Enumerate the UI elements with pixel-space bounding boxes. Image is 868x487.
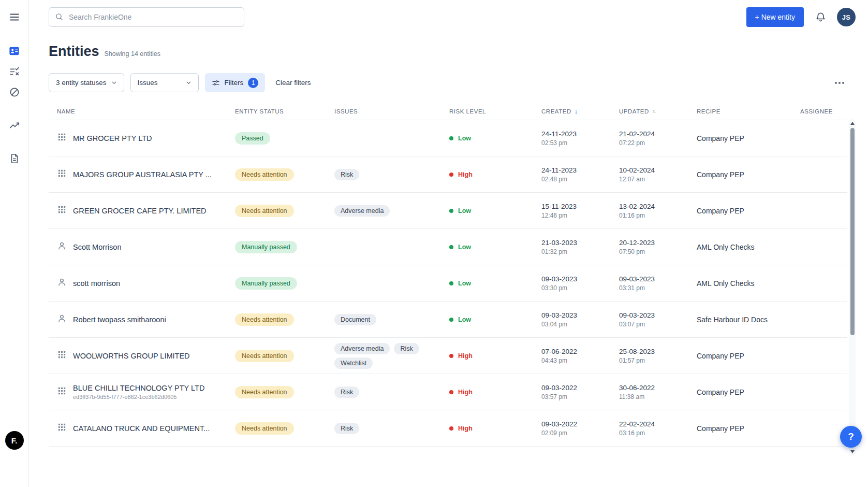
updated-time: 01:16 pm (619, 212, 682, 219)
column-header-name[interactable]: NAME (49, 108, 227, 114)
table-scrollbar[interactable] (849, 119, 856, 456)
entity-statuses-dropdown[interactable]: 3 entity statuses (49, 73, 124, 92)
updated-time: 07:50 pm (619, 248, 682, 255)
recipe-cell: Company PEP (688, 388, 792, 396)
search-input[interactable] (49, 7, 244, 27)
updated-cell: 22-02-2024 03:16 pm (611, 420, 688, 437)
filters-button[interactable]: Filters 1 (205, 73, 266, 92)
company-icon (57, 132, 67, 144)
page-head: Entities Showing 14 entities (49, 44, 847, 60)
created-time: 02:09 pm (541, 429, 605, 437)
column-label: RISK LEVEL (449, 108, 486, 114)
notifications-bell-icon[interactable] (814, 11, 827, 23)
entity-name: GREEN GROCER CAFE PTY. LIMITED (73, 207, 207, 215)
table-row[interactable]: scott morrison Manually passed Low 09-03… (49, 265, 847, 302)
table-row[interactable]: MAJORS GROUP AUSTRALASIA PTY ... Needs a… (49, 156, 847, 193)
scrollbar-up-arrow[interactable] (850, 122, 855, 125)
risk-cell: Low (441, 280, 533, 287)
table-row[interactable]: MR GROCER PTY LTD Passed Low 24-11-2023 … (49, 120, 847, 156)
risk-label: Low (458, 316, 471, 323)
created-date: 09-03-2022 (541, 384, 605, 392)
new-entity-button[interactable]: + New entity (746, 7, 804, 27)
created-date: 09-03-2023 (541, 311, 605, 319)
clear-filters-button[interactable]: Clear filters (275, 79, 311, 87)
frankieone-logo[interactable]: F. (5, 431, 24, 450)
column-header-assignee[interactable]: ASSIGNEE (792, 108, 847, 114)
status-cell: Needs attention (227, 168, 326, 181)
column-header-issues[interactable]: ISSUES (326, 108, 441, 114)
table-row[interactable]: Robert twopass smitharooni Needs attenti… (49, 302, 847, 338)
company-icon (57, 350, 67, 362)
filters-count-badge: 1 (248, 78, 258, 88)
person-icon (57, 241, 67, 253)
issues-cell: Risk (326, 423, 441, 434)
entities-table: NAME ENTITY STATUS ISSUES RISK LEVEL CRE… (49, 103, 847, 447)
table-row[interactable]: WOOLWORTHS GROUP LIMITED Needs attention… (49, 338, 847, 374)
column-label: ENTITY STATUS (235, 108, 284, 114)
updated-time: 03:31 pm (619, 284, 682, 292)
column-header-created[interactable]: CREATED ↓ (533, 107, 611, 115)
risk-label: Low (458, 135, 471, 142)
column-header-updated[interactable]: UPDATED ↑↓ (611, 108, 688, 114)
more-options-icon[interactable] (832, 79, 847, 87)
issues-cell: Adverse mediaRiskWatchlist (326, 343, 441, 369)
updated-date: 20-12-2023 (619, 239, 682, 247)
page-title: Entities (49, 44, 99, 60)
checklist-icon[interactable] (8, 65, 21, 78)
created-time: 03:57 pm (541, 393, 605, 400)
created-time: 01:32 pm (541, 248, 605, 255)
table-row[interactable]: GREEN GROCER CAFE PTY. LIMITED Needs att… (49, 193, 847, 229)
created-date: 09-03-2023 (541, 275, 605, 283)
contacts-icon[interactable] (8, 45, 21, 57)
trending-icon[interactable] (8, 119, 21, 132)
risk-cell: Low (441, 244, 533, 251)
status-badge: Needs attention (235, 386, 294, 398)
created-date: 24-11-2023 (541, 166, 605, 174)
table-row[interactable]: CATALANO TRUCK AND EQUIPMENT... Needs at… (49, 410, 847, 447)
column-label: NAME (57, 108, 75, 114)
risk-dot (449, 136, 453, 140)
recipe-cell: AML Only Checks (688, 279, 792, 288)
menu-icon[interactable] (8, 11, 21, 23)
risk-cell: High (441, 425, 533, 432)
created-cell: 09-03-2022 02:09 pm (533, 420, 611, 437)
column-header-recipe[interactable]: RECIPE (688, 108, 792, 114)
document-icon[interactable] (8, 152, 21, 165)
updated-cell: 09-03-2023 03:31 pm (611, 275, 688, 292)
name-cell: BLUE CHILLI TECHNOLOGY PTY LTD ed3ff37b-… (49, 384, 227, 400)
status-badge: Needs attention (235, 168, 294, 181)
avatar[interactable]: JS (837, 8, 856, 26)
recipe-cell: Company PEP (688, 170, 792, 179)
column-header-entity-status[interactable]: ENTITY STATUS (227, 108, 326, 114)
risk-dot (449, 173, 453, 177)
column-header-risk-level[interactable]: RISK LEVEL (441, 108, 533, 114)
recipe-cell: Company PEP (688, 134, 792, 142)
table-row[interactable]: BLUE CHILLI TECHNOLOGY PTY LTD ed3ff37b-… (49, 374, 847, 410)
status-cell: Needs attention (227, 313, 326, 326)
entity-name: MAJORS GROUP AUSTRALASIA PTY ... (73, 170, 212, 179)
blocked-icon[interactable] (8, 86, 21, 98)
issue-chip: Document (334, 314, 376, 325)
risk-cell: High (441, 389, 533, 396)
updated-time: 01:57 pm (619, 357, 682, 364)
scrollbar-thumb[interactable] (850, 128, 855, 335)
table-row[interactable]: Scott Morrison Manually passed Low 21-03… (49, 229, 847, 265)
updated-cell: 10-02-2024 12:07 am (611, 166, 688, 183)
updated-date: 21-02-2024 (619, 130, 682, 138)
entity-name: CATALANO TRUCK AND EQUIPMENT... (73, 424, 210, 433)
status-badge: Needs attention (235, 422, 294, 435)
issues-label: Issues (138, 79, 158, 87)
created-cell: 24-11-2023 02:53 pm (533, 130, 611, 147)
column-label: ISSUES (334, 108, 358, 114)
column-label: ASSIGNEE (800, 108, 833, 114)
name-cell: MR GROCER PTY LTD (49, 132, 227, 144)
scrollbar-down-arrow[interactable] (850, 450, 855, 453)
filter-bar: 3 entity statuses Issues Filters 1 Clear… (49, 73, 847, 92)
issues-dropdown[interactable]: Issues (130, 73, 199, 92)
created-time: 04:43 pm (541, 357, 605, 364)
created-time: 02:53 pm (541, 139, 605, 147)
updated-time: 11:38 am (619, 393, 682, 400)
recipe-cell: AML Only Checks (688, 243, 792, 251)
help-button[interactable]: ? (840, 426, 862, 448)
company-icon (57, 422, 67, 434)
